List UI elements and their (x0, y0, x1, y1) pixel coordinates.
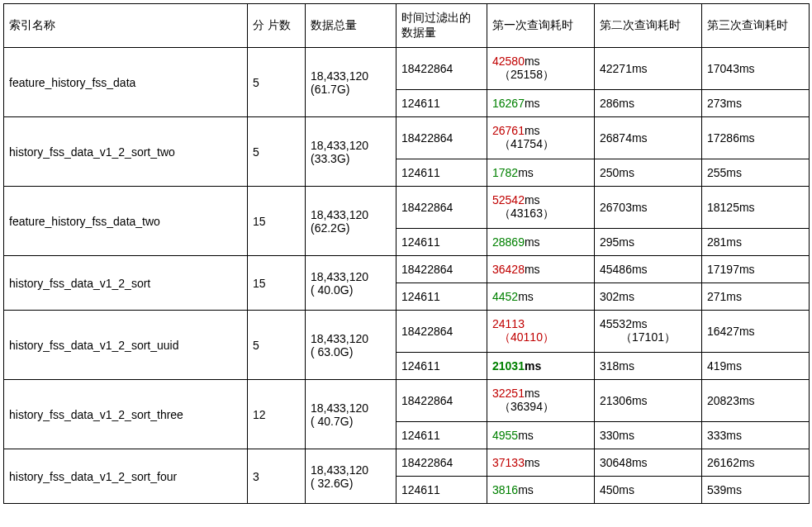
cell-q2: 295ms (595, 229, 702, 256)
cell-q1: 1782ms (487, 159, 595, 187)
cell-total: 18,433,120( 40.0G) (306, 256, 397, 311)
cell-filtered: 18422864 (397, 48, 487, 90)
cell-index-name: history_fss_data_v1_2_sort_four (4, 449, 248, 504)
q2-value: 45532ms (600, 317, 648, 330)
q1-value: 32251 (492, 387, 525, 400)
total-size: ( 32.6G) (311, 477, 353, 490)
cell-filtered: 18422864 (397, 449, 487, 477)
q2-paren: （17101） (600, 330, 696, 345)
header-index-name: 索引名称 (4, 4, 248, 48)
cell-total: 18,433,120( 40.7G) (306, 380, 397, 449)
cell-q3: 18125ms (702, 187, 810, 229)
q2-value: 21306ms (600, 394, 648, 407)
unit-ms: ms (518, 290, 534, 303)
table-row: feature_history_fss_data_two1518,433,120… (4, 187, 810, 229)
cell-q2: 45486ms (595, 256, 702, 283)
total-num: 18,433,120 (311, 463, 368, 477)
cell-q3: 26162ms (702, 449, 810, 477)
cell-q3: 539ms (702, 477, 810, 504)
cell-q1: 4452ms (487, 283, 595, 311)
cell-q3: 271ms (702, 283, 810, 311)
cell-q1: 4955ms (487, 422, 595, 449)
q2-value: 295ms (600, 235, 634, 249)
cell-index-name: history_fss_data_v1_2_sort (4, 256, 248, 311)
q1-value: 1782 (492, 166, 518, 179)
cell-index-name: history_fss_data_v1_2_sort_uuid (4, 311, 248, 380)
total-num: 18,433,120 (311, 139, 368, 152)
cell-q1: 37133ms (487, 449, 595, 477)
cell-total: 18,433,120(33.3G) (306, 117, 397, 187)
table-row: feature_history_fss_data518,433,120(61.7… (4, 48, 810, 90)
cell-filtered: 124611 (397, 353, 487, 380)
cell-q2: 318ms (595, 353, 702, 380)
unit-ms: ms (525, 359, 541, 373)
cell-q3: 17197ms (702, 256, 810, 283)
q2-value: 30648ms (600, 456, 648, 469)
q1-value: 4452 (492, 290, 518, 303)
performance-table: 索引名称 分 片数 数据总量 时间过滤出的数据量 第一次查询耗时 第二次查询耗时… (3, 3, 810, 504)
total-size: (62.2G) (311, 221, 349, 235)
cell-filtered: 18422864 (397, 256, 487, 283)
total-num: 18,433,120 (311, 332, 368, 345)
unit-ms: ms (525, 193, 540, 207)
cell-q2: 42271ms (595, 48, 702, 90)
table-header-row: 索引名称 分 片数 数据总量 时间过滤出的数据量 第一次查询耗时 第二次查询耗时… (4, 4, 810, 48)
q2-value: 318ms (600, 359, 634, 373)
cell-filtered: 18422864 (397, 187, 487, 229)
cell-total: 18,433,120( 32.6G) (306, 449, 397, 504)
q1-value: 28869 (492, 235, 525, 249)
total-size: ( 40.7G) (311, 415, 353, 428)
table-row: history_fss_data_v1_2_sort_uuid518,433,1… (4, 311, 810, 353)
cell-index-name: history_fss_data_v1_2_sort_two (4, 117, 248, 187)
cell-q3: 17043ms (702, 48, 810, 90)
cell-q1: 42580ms（25158） (487, 48, 595, 90)
header-q3: 第三次查询耗时 (702, 4, 810, 48)
q1-paren: （43163） (492, 207, 589, 221)
total-num: 18,433,120 (311, 270, 368, 283)
header-q1: 第一次查询耗时 (487, 4, 595, 48)
cell-total: 18,433,120(62.2G) (306, 187, 397, 256)
cell-q2: 330ms (595, 422, 702, 449)
total-num: 18,433,120 (311, 401, 368, 415)
cell-shards: 5 (248, 117, 306, 187)
cell-q2: 45532ms（17101） (595, 311, 702, 353)
unit-ms: ms (518, 483, 534, 496)
cell-q2: 21306ms (595, 380, 702, 422)
cell-total: 18,433,120( 63.0G) (306, 311, 397, 380)
cell-filtered: 124611 (397, 283, 487, 311)
table-row: history_fss_data_v1_2_sort_two518,433,12… (4, 117, 810, 159)
cell-filtered: 18422864 (397, 311, 487, 353)
unit-ms: ms (525, 387, 540, 400)
q2-value: 302ms (600, 290, 634, 303)
cell-q1: 3816ms (487, 477, 595, 504)
q2-value: 250ms (600, 166, 634, 179)
table-row: history_fss_data_v1_2_sort1518,433,120( … (4, 256, 810, 283)
cell-q3: 255ms (702, 159, 810, 187)
cell-q2: 26874ms (595, 117, 702, 159)
cell-q3: 273ms (702, 90, 810, 117)
q1-value: 21031 (492, 359, 525, 373)
q1-value: 3816 (492, 483, 518, 496)
q2-value: 330ms (600, 429, 634, 442)
cell-shards: 5 (248, 48, 306, 117)
unit-ms: ms (518, 166, 534, 179)
q2-value: 286ms (600, 97, 634, 110)
cell-shards: 15 (248, 187, 306, 256)
cell-q2: 250ms (595, 159, 702, 187)
q1-paren: （25158） (492, 68, 589, 83)
header-total: 数据总量 (306, 4, 397, 48)
cell-index-name: history_fss_data_v1_2_sort_three (4, 380, 248, 449)
cell-q1: 32251ms（36394） (487, 380, 595, 422)
cell-q2: 26703ms (595, 187, 702, 229)
table-row: history_fss_data_v1_2_sort_four318,433,1… (4, 449, 810, 477)
cell-shards: 12 (248, 380, 306, 449)
unit-ms: ms (525, 124, 540, 137)
table-row: history_fss_data_v1_2_sort_three1218,433… (4, 380, 810, 422)
q1-value: 4955 (492, 429, 518, 442)
cell-index-name: feature_history_fss_data (4, 48, 248, 117)
cell-shards: 15 (248, 256, 306, 311)
header-filtered: 时间过滤出的数据量 (397, 4, 487, 48)
q2-value: 45486ms (600, 263, 648, 276)
table-body: feature_history_fss_data518,433,120(61.7… (4, 48, 810, 504)
q1-value: 26761 (492, 124, 525, 137)
